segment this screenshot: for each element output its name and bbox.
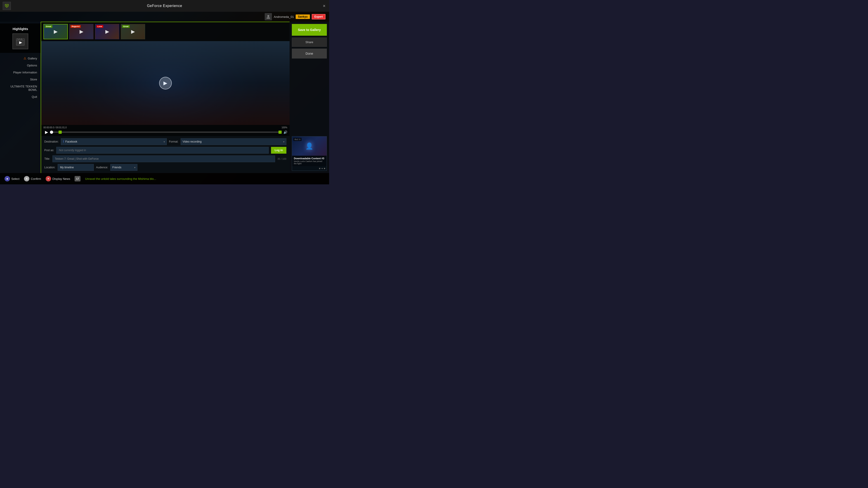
quit-label: Quit	[32, 95, 37, 98]
thumbnail-0[interactable]: Great ▶	[43, 24, 68, 39]
user-avatar	[265, 13, 272, 20]
destination-value: Facebook	[65, 140, 77, 143]
video-area: ▶	[41, 41, 289, 125]
bottombar: ■ Select A Confirm ✕ Display News LT Unr…	[0, 173, 329, 184]
confirm-icon: A	[24, 176, 29, 182]
dlc-footer-icon-3: ■	[324, 167, 325, 170]
right-panel: Save to Gallery Share Done DLC 3 👤 Downl…	[289, 22, 329, 173]
sidebar-item-gallery[interactable]: ⚠ Gallery	[0, 55, 41, 62]
progress-bar[interactable]	[52, 131, 282, 133]
sidebar-item-player-info[interactable]: Player Information	[0, 69, 41, 76]
highlights-label: Highlights	[13, 27, 28, 31]
time-current-total: 00:00:00.0 / 00:01:01.0	[43, 126, 67, 129]
audience-select[interactable]: Friends ▾	[110, 164, 137, 171]
gallery-label: Gallery	[28, 57, 37, 60]
destination-label: Destination:	[44, 140, 59, 143]
thumb-play-2: ▶	[95, 24, 119, 39]
highlights-section: Highlights	[0, 24, 41, 53]
video-controls: 00:00:00.0 / 00:01:01.0 100% ▶ 🔊	[41, 125, 289, 136]
format-value: Video recording	[183, 140, 202, 143]
gallery-warning-icon: ⚠	[24, 57, 26, 60]
audience-arrow-icon: ▾	[134, 166, 135, 169]
app-title: GeForce Experience	[147, 4, 182, 8]
center-panel: Great ▶ RageArt ▶ Lose ▶ Great ▶	[41, 22, 289, 173]
time-display: 00:00:00.0 / 00:01:01.0 100%	[43, 126, 287, 129]
login-button[interactable]: Log in	[271, 147, 286, 154]
location-input[interactable]	[58, 164, 94, 171]
volume-pct: 100%	[281, 126, 287, 129]
location-row: Location: Audience: Friends ▾	[44, 164, 286, 171]
destination-arrow-icon: ▾	[164, 140, 165, 143]
post-as-label: Post as:	[44, 149, 54, 152]
main-dialog: GeForce Experience × Andromeda_01 Sankyu…	[0, 0, 329, 184]
play-pause-button[interactable]: ▶	[43, 130, 50, 135]
format-label: Format:	[169, 140, 178, 143]
audience-value: Friends	[112, 166, 121, 169]
display-news-icon: ✕	[46, 176, 51, 182]
title-char-count: 35 / 100	[277, 158, 286, 160]
title-input[interactable]	[53, 156, 275, 162]
share-form: Destination: f Facebook ▾ Format: Video …	[41, 136, 289, 173]
options-label: Options	[27, 64, 37, 67]
confirm-label: Confirm	[31, 177, 41, 181]
thumbnails-row: Great ▶ RageArt ▶ Lose ▶ Great ▶	[41, 22, 289, 41]
location-label: Location:	[44, 166, 55, 169]
svg-point-2	[268, 15, 269, 17]
store-label: Store	[30, 78, 37, 81]
destination-select[interactable]: f Facebook ▾	[61, 138, 166, 145]
close-button[interactable]: ×	[323, 4, 326, 8]
sidebar-item-options[interactable]: Options	[0, 62, 41, 69]
audience-label: Audience:	[96, 166, 108, 169]
app-logo	[3, 2, 11, 10]
dlc-badge: DLC 3	[293, 138, 302, 141]
topbar: Andromeda_01 Sankyu Expert	[0, 12, 329, 22]
thumbnail-2[interactable]: Lose ▶	[95, 24, 119, 39]
highlights-icon	[12, 33, 28, 49]
share-button[interactable]: Share	[292, 37, 327, 47]
dlc-character-icon: 👤	[305, 142, 313, 150]
thumb-play-3: ▶	[121, 24, 145, 39]
dlc-card: DLC 3 👤 Downloadable Content #3 Noctis L…	[292, 136, 327, 171]
post-as-input[interactable]	[56, 147, 269, 154]
confirm-control: A Confirm	[24, 176, 41, 182]
titlebar: GeForce Experience ×	[0, 0, 329, 12]
right-spacer	[292, 60, 327, 134]
select-control: ■ Select	[4, 176, 20, 182]
title-label: Title:	[44, 157, 50, 160]
sidebar-item-store[interactable]: Store	[0, 76, 41, 83]
sankyu-badge: Sankyu	[296, 14, 310, 19]
format-select[interactable]: Video recording ▾	[181, 138, 286, 145]
story-text: Unravel the untold tales surrounding the…	[85, 177, 324, 181]
thumb-play-1: ▶	[70, 24, 93, 39]
dlc-subtitle: Noctis Lucis Caelum has joined the fight…	[294, 160, 325, 165]
display-news-label: Display News	[53, 177, 70, 181]
format-arrow-icon: ▾	[283, 140, 284, 143]
dlc-footer-icon-2: ●	[321, 167, 323, 170]
dlc-image: DLC 3 👤	[292, 136, 327, 156]
sidebar-item-tekken-bowl[interactable]: ULTIMATE TEKKEN BOWL	[0, 83, 41, 93]
player-info-label: Player Information	[13, 71, 37, 74]
thumbnail-3[interactable]: Great ▶	[121, 24, 145, 39]
trim-handle-left[interactable]	[59, 131, 62, 134]
svg-rect-9	[41, 41, 289, 125]
title-row: Title: 35 / 100	[44, 156, 286, 162]
select-icon: ■	[4, 176, 10, 182]
controls-row: ▶ 🔊	[43, 130, 287, 135]
svg-marker-1	[6, 5, 8, 7]
volume-icon[interactable]: 🔊	[283, 130, 287, 134]
thumb-play-0: ▶	[44, 24, 67, 39]
lt-control: LT	[74, 176, 81, 182]
progress-handle[interactable]	[50, 131, 53, 134]
thumbnail-1[interactable]: RageArt ▶	[69, 24, 94, 39]
done-button[interactable]: Done	[292, 48, 327, 59]
trim-handle-right[interactable]	[278, 131, 282, 134]
post-as-row: Post as: Log in	[44, 147, 286, 154]
expert-badge: Expert	[312, 14, 326, 20]
dlc-footer-icon-1: ■	[319, 167, 320, 170]
display-news-control: ✕ Display News	[46, 176, 70, 182]
select-label: Select	[11, 177, 20, 181]
save-to-gallery-button[interactable]: Save to Gallery	[292, 24, 327, 36]
sidebar-item-quit[interactable]: Quit	[0, 93, 41, 100]
username: Andromeda_01	[274, 15, 294, 19]
lt-icon: LT	[74, 176, 81, 182]
